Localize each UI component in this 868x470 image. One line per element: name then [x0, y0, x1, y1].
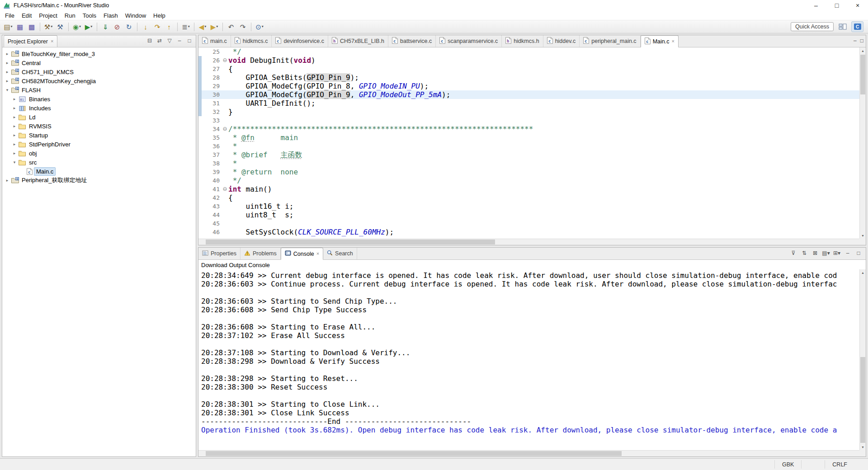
tree-item-flash[interactable]: ▾CFLASH	[2, 85, 196, 94]
quick-access-button[interactable]: Quick Access	[791, 22, 834, 31]
tree-expand-arrow-icon[interactable]: ▸	[11, 106, 18, 110]
editor-hscroll-thumb[interactable]	[206, 240, 495, 244]
tree-expand-arrow-icon[interactable]: ▸	[4, 61, 10, 65]
toolbar-redo-button[interactable]: ↷	[237, 21, 249, 32]
panel-tab-console[interactable]: Console×	[281, 248, 323, 260]
tree-item-binaries[interactable]: ▸01Binaries	[2, 94, 196, 103]
code-text[interactable]: *	[228, 142, 859, 150]
console-vertical-scrollbar[interactable]: ▲ ▼	[859, 269, 866, 450]
fold-marker-icon[interactable]: ⊖	[222, 56, 228, 65]
tree-collapse-arrow-icon[interactable]: ▾	[4, 88, 10, 92]
editor-tab-devinfoservice-c[interactable]: cdevinfoservice.c	[272, 35, 328, 47]
tree-expand-arrow-icon[interactable]: ▸	[11, 133, 18, 137]
minimize-button[interactable]: –	[806, 0, 826, 11]
console-scroll-down-icon[interactable]: ▼	[860, 444, 866, 450]
menu-item-window[interactable]: Window	[122, 11, 150, 20]
menu-item-project[interactable]: Project	[35, 11, 61, 20]
code-text[interactable]: */	[228, 47, 859, 56]
tree-expand-arrow-icon[interactable]: ▸	[11, 151, 18, 155]
close-button[interactable]: ×	[847, 0, 868, 11]
editor-tab-ch57xble-lib-h[interactable]: hCH57xBLE_LIB.h	[328, 35, 388, 47]
console-scroll-up-icon[interactable]: ▲	[860, 269, 866, 276]
code-text[interactable]	[228, 219, 859, 228]
editor-tab-hiddev-c[interactable]: chiddev.c	[543, 35, 580, 47]
toolbar-new-wizard-button[interactable]: ▤▾	[2, 21, 14, 32]
panel-tab-problems[interactable]: Problems	[241, 248, 281, 259]
fold-marker-icon[interactable]: ⊖	[222, 185, 228, 193]
editor-tab-hidkmcs-c[interactable]: chidkmcs.c	[231, 35, 272, 47]
tree-expand-arrow-icon[interactable]: ▸	[11, 115, 18, 119]
editor-tab-hidkmcs-h[interactable]: hhidkmcs.h	[502, 35, 543, 47]
tree-item-bletouchkey-filter-mode-3[interactable]: ▸CBleTouchKey_filter_mode_3	[2, 49, 196, 58]
editor-tab-main-c[interactable]: cmain.c	[198, 35, 231, 47]
tree-expand-arrow-icon[interactable]: ▸	[11, 97, 18, 101]
minimize-editor-icon[interactable]: –	[854, 38, 857, 43]
code-text[interactable]: uint16_t i;	[228, 202, 859, 211]
menu-item-flash[interactable]: Flash	[100, 11, 122, 20]
menu-item-file[interactable]: File	[1, 11, 18, 20]
tree-item-central[interactable]: ▸CCentral	[2, 58, 196, 67]
editor-vscroll-thumb[interactable]	[860, 55, 865, 94]
open-perspective-icon[interactable]	[836, 21, 849, 32]
toolbar-debug-button[interactable]: ◉▾	[71, 21, 83, 32]
tree-item-main-c[interactable]: cMain.c	[2, 167, 196, 176]
tree-expand-arrow-icon[interactable]: ▸	[4, 79, 10, 83]
tree-expand-arrow-icon[interactable]: ▸	[4, 178, 10, 183]
tree-expand-arrow-icon[interactable]: ▸	[4, 52, 10, 56]
toolbar-build-button[interactable]: ⚒▾	[42, 21, 54, 32]
scroll-down-icon[interactable]: ▼	[860, 232, 866, 239]
tree-expand-arrow-icon[interactable]: ▸	[4, 70, 10, 74]
code-text[interactable]: UART1_DefInit();	[228, 99, 859, 108]
tree-item-rvmsis[interactable]: ▸RVMSIS	[2, 122, 196, 131]
menu-item-help[interactable]: Help	[150, 11, 169, 20]
code-text[interactable]: int main()	[228, 185, 859, 193]
link-with-editor-icon[interactable]: ⇄	[155, 37, 164, 45]
console-vscroll-thumb[interactable]	[860, 357, 865, 443]
fold-marker-icon[interactable]: ⊖	[222, 125, 228, 133]
tree-expand-arrow-icon[interactable]: ▸	[11, 142, 18, 146]
code-text[interactable]: {	[228, 65, 859, 73]
menu-item-edit[interactable]: Edit	[18, 11, 35, 20]
menu-item-tools[interactable]: Tools	[79, 11, 100, 20]
c-cpp-perspective-icon[interactable]: C	[851, 21, 863, 32]
editor-vertical-scrollbar[interactable]: ▲ ▼	[859, 47, 866, 239]
code-text[interactable]: */	[228, 176, 859, 185]
minimize-panel-icon[interactable]: –	[843, 249, 852, 257]
maximize-view-icon[interactable]: □	[185, 37, 194, 45]
scroll-lock-icon[interactable]: ⇅	[800, 249, 809, 257]
minimize-view-icon[interactable]: –	[175, 37, 184, 45]
tree-item-ld[interactable]: ▸Ld	[2, 113, 196, 122]
code-text[interactable]: *	[228, 159, 859, 168]
toolbar-step-return-button[interactable]: ↑	[163, 21, 175, 32]
maximize-panel-icon[interactable]: □	[854, 249, 863, 257]
open-console-icon[interactable]: ⊞▾	[832, 249, 841, 257]
code-text[interactable]: GPIOA_ModeCfg(GPIO_Pin_8, GPIO_ModeIN_PU…	[228, 82, 859, 90]
code-text[interactable]: /***************************************…	[228, 125, 859, 133]
toolbar-run-button[interactable]: ▶▾	[83, 21, 94, 32]
toolbar-download-button[interactable]: ⇓	[99, 21, 111, 32]
pin-console-icon[interactable]: ⊽	[789, 249, 798, 257]
code-text[interactable]: * @brief 主函数	[228, 150, 859, 159]
tree-item-ch571-hid-kmcs[interactable]: ▸CCH571_HID_KMCS	[2, 67, 196, 76]
code-text[interactable]: void DebugInit(void)	[228, 56, 859, 65]
code-text[interactable]: uint8_t s;	[228, 211, 859, 219]
tree-expand-arrow-icon[interactable]: ▸	[11, 124, 18, 128]
tree-item-stdperiphdriver[interactable]: ▸StdPeriphDriver	[2, 140, 196, 149]
code-text[interactable]: GPIOA_ModeCfg(GPIO_Pin_9, GPIO_ModeOut_P…	[228, 90, 859, 99]
code-text[interactable]: * @return none	[228, 168, 859, 176]
close-tab-icon[interactable]: ×	[671, 39, 674, 44]
editor-horizontal-scrollbar[interactable]	[198, 239, 859, 245]
view-menu-icon[interactable]: ▽	[165, 37, 174, 45]
project-explorer-tab[interactable]: Project Explorer ×	[4, 35, 57, 47]
toolbar-undo-button[interactable]: ↶	[225, 21, 237, 32]
toolbar-build-all-button[interactable]: ⚒	[54, 21, 66, 32]
tree-item-src[interactable]: ▾src	[2, 158, 196, 167]
toolbar-forward-button[interactable]: ▶▾	[208, 21, 220, 32]
tree-item-startup[interactable]: ▸Startup	[2, 131, 196, 140]
code-text[interactable]: SetSysClock(CLK_SOURCE_PLL_60MHz);	[228, 228, 859, 236]
toolbar-search-button[interactable]: ⊙▾	[254, 21, 265, 32]
maximize-editor-icon[interactable]: □	[860, 38, 863, 43]
toolbar-erase-chip-button[interactable]: ⊘	[111, 21, 123, 32]
display-selected-console-icon[interactable]: ▤▾	[821, 249, 830, 257]
tree-item-includes[interactable]: ▸Includes	[2, 103, 196, 113]
